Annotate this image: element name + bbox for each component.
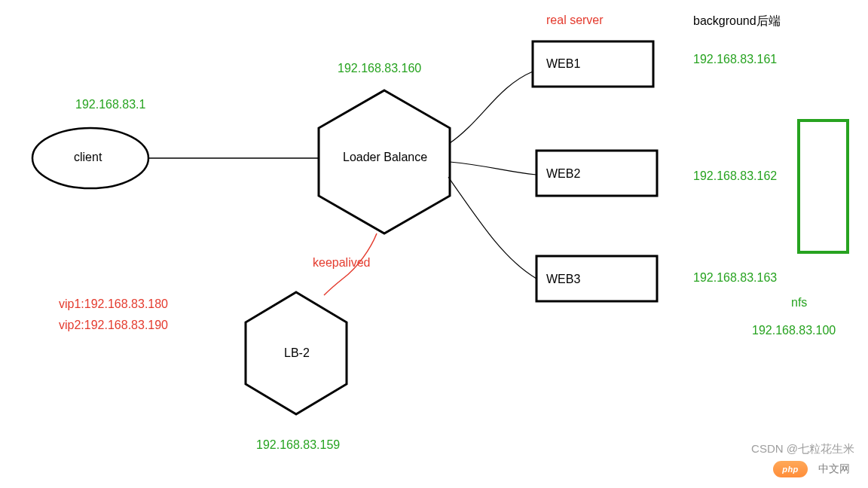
keepalived-label: keepalived [313, 256, 371, 270]
edge-lb1-web2 [450, 162, 536, 175]
php-logo-text: php [782, 465, 799, 474]
csdn-watermark: CSDN @七粒花生米 [751, 442, 854, 456]
php-logo-icon: php [773, 461, 808, 477]
edge-lb1-web3 [448, 177, 536, 279]
web2-label: WEB2 [546, 167, 580, 181]
vip2-label: vip2:192.168.83.190 [59, 319, 168, 332]
web3-ip: 192.168.83.163 [693, 271, 777, 285]
lb2-ip: 192.168.83.159 [256, 438, 340, 452]
php-cn-text: 中文网 [818, 462, 850, 476]
lb1-label: Loader Balance [343, 151, 427, 164]
diagram-svg [0, 0, 868, 488]
client-label: client [74, 151, 102, 164]
vip1-label: vip1:192.168.83.180 [59, 297, 168, 311]
client-ip: 192.168.83.1 [75, 98, 145, 111]
web3-label: WEB3 [546, 273, 580, 286]
nfs-label: nfs [791, 296, 807, 310]
lb1-ip: 192.168.83.160 [338, 62, 421, 75]
real-server-label: real server [546, 14, 604, 27]
web1-ip: 192.168.83.161 [693, 53, 777, 66]
edge-lb1-web1 [450, 72, 533, 143]
web1-label: WEB1 [546, 57, 580, 71]
background-label: background后端 [693, 14, 781, 29]
lb2-label: LB-2 [284, 346, 310, 360]
diagram-stage: client Loader Balance LB-2 WEB1 WEB2 WEB… [0, 0, 868, 488]
nfs-node [799, 120, 848, 252]
nfs-ip: 192.168.83.100 [752, 324, 836, 337]
web2-ip: 192.168.83.162 [693, 169, 777, 183]
